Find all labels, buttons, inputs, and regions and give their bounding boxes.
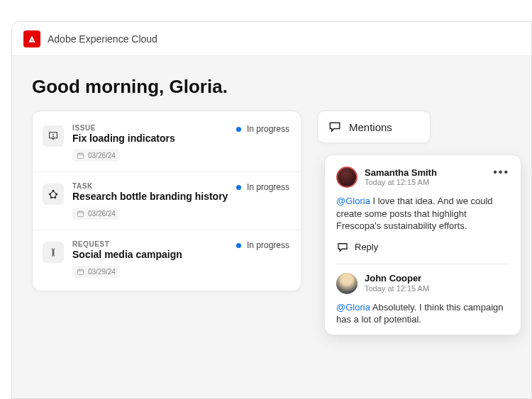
mention-author-name: Samantha Smith bbox=[365, 167, 437, 179]
task-date-chip: 03/26/24 bbox=[72, 208, 120, 220]
status-dot-icon bbox=[236, 185, 241, 190]
reply-button[interactable]: Reply bbox=[336, 241, 509, 254]
mention-handle[interactable]: @Gloria bbox=[336, 302, 370, 313]
task-status: In progress bbox=[236, 124, 289, 134]
task-status-label: In progress bbox=[247, 240, 289, 250]
mentions-card: Samantha Smith Today at 12:15 AM ••• @Gl… bbox=[324, 154, 521, 335]
task-title: Social media campaign bbox=[72, 249, 289, 260]
status-dot-icon bbox=[236, 243, 241, 248]
svg-rect-8 bbox=[77, 269, 83, 274]
svg-point-0 bbox=[53, 137, 54, 137]
task-date: 03/26/24 bbox=[88, 210, 116, 218]
mention-body: @Gloria Absolutely. I think this campaig… bbox=[336, 301, 509, 326]
mention-body: @Gloria I love that idea. And we could c… bbox=[336, 195, 509, 232]
task-date-chip: 03/29/24 bbox=[72, 266, 120, 278]
mention-item: Samantha Smith Today at 12:15 AM ••• @Gl… bbox=[336, 167, 509, 264]
mention-head: Samantha Smith Today at 12:15 AM bbox=[336, 167, 509, 188]
task-row[interactable]: ISSUE Fix loading indicators 03/26/24 In… bbox=[33, 114, 301, 172]
calendar-icon bbox=[77, 210, 84, 218]
status-dot-icon bbox=[236, 127, 241, 132]
request-icon bbox=[43, 242, 64, 263]
avatar bbox=[336, 273, 358, 294]
svg-rect-1 bbox=[77, 153, 83, 158]
titlebar: Adobe Experience Cloud bbox=[12, 22, 531, 56]
mentions-header-card[interactable]: Mentions bbox=[317, 111, 431, 143]
reply-icon bbox=[336, 241, 349, 254]
greeting-heading: Good morning, Gloria. bbox=[32, 76, 531, 98]
svg-rect-7 bbox=[77, 211, 83, 216]
mention-timestamp: Today at 12:15 AM bbox=[365, 284, 429, 293]
task-row[interactable]: TASK Research bottle branding history 03… bbox=[33, 172, 301, 230]
calendar-icon bbox=[77, 152, 84, 159]
task-row[interactable]: REQUEST Social media campaign 03/29/24 I… bbox=[33, 230, 301, 288]
titlebar-title: Adobe Experience Cloud bbox=[48, 33, 157, 45]
avatar bbox=[336, 167, 358, 188]
app-window: Adobe Experience Cloud Good morning, Glo… bbox=[11, 21, 532, 399]
task-icon bbox=[43, 184, 64, 205]
task-date: 03/29/24 bbox=[88, 268, 116, 276]
task-date-chip: 03/26/24 bbox=[72, 150, 120, 162]
mention-meta: John Cooper Today at 12:15 AM bbox=[365, 273, 429, 293]
task-title: Research bottle branding history bbox=[72, 191, 289, 202]
task-status-label: In progress bbox=[247, 182, 289, 192]
comment-icon bbox=[328, 120, 342, 134]
mentions-header-label: Mentions bbox=[349, 121, 392, 133]
task-status: In progress bbox=[236, 240, 289, 250]
mention-head: John Cooper Today at 12:15 AM bbox=[336, 273, 509, 294]
calendar-icon bbox=[77, 268, 84, 276]
stage: ISSUE Fix loading indicators 03/26/24 In… bbox=[12, 111, 531, 291]
tasks-card: ISSUE Fix loading indicators 03/26/24 In… bbox=[32, 111, 301, 291]
mention-timestamp: Today at 12:15 AM bbox=[365, 178, 437, 187]
mention-handle[interactable]: @Gloria bbox=[336, 196, 370, 206]
task-status: In progress bbox=[236, 182, 289, 192]
task-date: 03/26/24 bbox=[88, 152, 116, 159]
mention-item: John Cooper Today at 12:15 AM @Gloria Ab… bbox=[336, 273, 509, 326]
issue-icon bbox=[43, 125, 64, 147]
task-title: Fix loading indicators bbox=[72, 133, 289, 144]
more-button[interactable]: ••• bbox=[493, 167, 509, 178]
adobe-logo-icon bbox=[23, 30, 40, 47]
reply-label: Reply bbox=[355, 242, 378, 252]
mention-meta: Samantha Smith Today at 12:15 AM bbox=[365, 167, 437, 188]
mention-author-name: John Cooper bbox=[365, 273, 429, 284]
task-status-label: In progress bbox=[247, 124, 289, 134]
